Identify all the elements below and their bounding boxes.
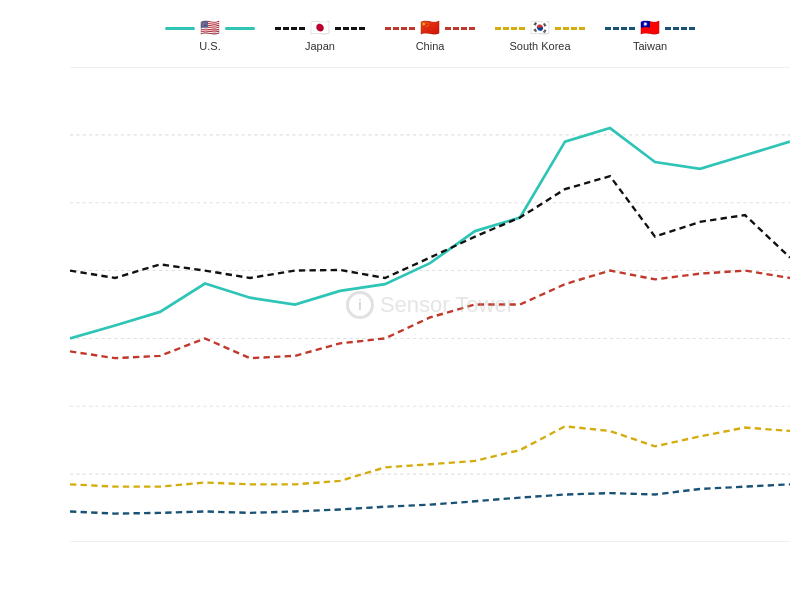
legend-line-japan2 xyxy=(335,27,365,30)
line-us xyxy=(70,128,790,338)
line-taiwan xyxy=(70,484,790,513)
main-chart-svg: $7B $6B $5B $4B $3B $2B $1B $0 Q1 2018 Q… xyxy=(70,67,790,542)
legend-item-us: 🇺🇸 U.S. xyxy=(165,20,255,52)
flag-china: 🇨🇳 xyxy=(420,20,440,36)
legend-label-china: China xyxy=(416,40,445,52)
legend-line-taiwan xyxy=(605,27,635,30)
legend-line-taiwan2 xyxy=(665,27,695,30)
legend-line-us2 xyxy=(225,27,255,30)
chart-area: i Sensor Tower $7B $6B $5B $4B $3B $2B $… xyxy=(70,67,790,542)
legend-line-japan xyxy=(275,27,305,30)
legend-line-southkorea2 xyxy=(555,27,585,30)
chart-container: 🇺🇸 U.S. 🇯🇵 Japan 🇨🇳 China xyxy=(0,0,810,610)
line-southkorea xyxy=(70,426,790,486)
legend-line-china2 xyxy=(445,27,475,30)
legend-item-japan: 🇯🇵 Japan xyxy=(275,20,365,52)
legend-line-us xyxy=(165,27,195,30)
flag-japan: 🇯🇵 xyxy=(310,20,330,36)
legend-label-japan: Japan xyxy=(305,40,335,52)
line-china xyxy=(70,271,790,359)
legend-label-us: U.S. xyxy=(199,40,220,52)
flag-taiwan: 🇹🇼 xyxy=(640,20,660,36)
flag-southkorea: 🇰🇷 xyxy=(530,20,550,36)
legend: 🇺🇸 U.S. 🇯🇵 Japan 🇨🇳 China xyxy=(70,20,790,52)
legend-line-southkorea xyxy=(495,27,525,30)
legend-line-china xyxy=(385,27,415,30)
legend-item-china: 🇨🇳 China xyxy=(385,20,475,52)
flag-us: 🇺🇸 xyxy=(200,20,220,36)
legend-label-southkorea: South Korea xyxy=(509,40,570,52)
legend-label-taiwan: Taiwan xyxy=(633,40,667,52)
legend-item-taiwan: 🇹🇼 Taiwan xyxy=(605,20,695,52)
legend-item-southkorea: 🇰🇷 South Korea xyxy=(495,20,585,52)
